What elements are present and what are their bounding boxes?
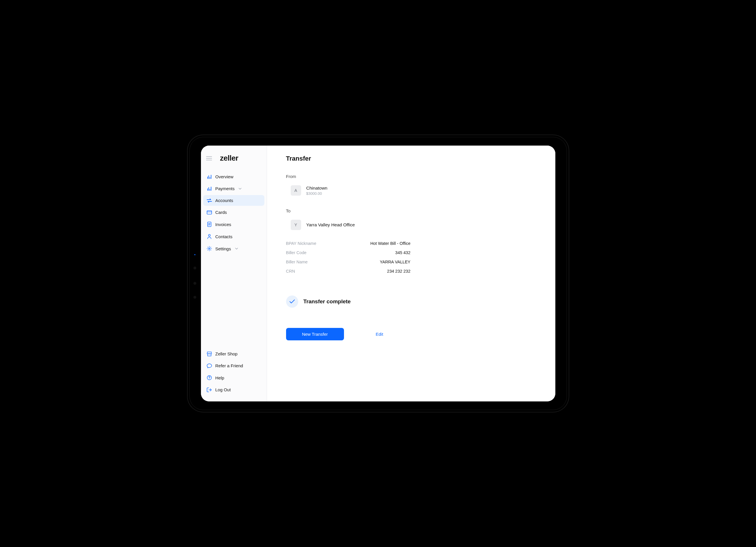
sidebar-item-invoices[interactable]: Invoices: [203, 219, 264, 230]
sidebar-item-label: Invoices: [215, 222, 231, 227]
device-hole: [193, 282, 196, 285]
from-account-avatar: A: [291, 185, 301, 196]
details-value: 345 432: [395, 250, 410, 255]
sidebar-item-zeller-shop[interactable]: Zeller Shop: [203, 348, 264, 359]
status-row: Transfer complete: [286, 295, 536, 308]
details-row: Biller Code345 432: [286, 248, 411, 257]
to-account-name: Yarra Valley Head Office: [306, 222, 355, 228]
shop-icon: [207, 352, 212, 356]
status-text: Transfer complete: [303, 298, 351, 305]
app-screen: zeller OverviewPaymentsAccountsCardsInvo…: [201, 146, 555, 401]
details-row: BPAY NicknameHot Water Bill - Office: [286, 239, 411, 248]
invoice-icon: [207, 222, 212, 227]
check-icon: [286, 295, 298, 308]
sidebar-item-label: Log Out: [215, 387, 231, 392]
sidebar-item-accounts[interactable]: Accounts: [203, 195, 264, 206]
action-row: New Transfer Edit: [286, 328, 536, 340]
card-icon: [207, 211, 212, 215]
swap-icon: [207, 198, 212, 203]
to-label: To: [286, 209, 536, 213]
edit-button[interactable]: Edit: [376, 332, 383, 336]
svg-point-3: [208, 248, 210, 250]
sidebar-item-refer-a-friend[interactable]: Refer a Friend: [203, 360, 264, 371]
tablet-frame: zeller OverviewPaymentsAccountsCardsInvo…: [187, 135, 569, 412]
sidebar-item-label: Refer a Friend: [215, 363, 243, 368]
device-indicator: [194, 254, 195, 255]
to-account-avatar: Y: [291, 220, 301, 230]
details-row: Biller NameYARRA VALLEY: [286, 257, 411, 267]
nav-primary: OverviewPaymentsAccountsCardsInvoicesCon…: [201, 171, 267, 255]
sidebar-item-contacts[interactable]: Contacts: [203, 231, 264, 242]
sidebar-item-log-out[interactable]: Log Out: [203, 384, 264, 395]
sidebar-item-help[interactable]: Help: [203, 372, 264, 383]
page-title: Transfer: [286, 155, 536, 162]
chat-icon: [207, 363, 212, 368]
sidebar-item-label: Contacts: [215, 234, 233, 239]
sidebar-item-overview[interactable]: Overview: [203, 171, 264, 182]
sidebar-item-label: Cards: [215, 210, 227, 215]
details-key: BPAY Nickname: [286, 241, 316, 246]
menu-icon[interactable]: [206, 156, 212, 160]
from-account-balance: $3000.00: [306, 191, 327, 196]
sidebar-item-label: Overview: [215, 174, 234, 179]
from-label: From: [286, 174, 536, 179]
sidebar-item-settings[interactable]: Settings: [203, 243, 264, 254]
svg-point-2: [208, 235, 210, 236]
details-key: Biller Name: [286, 260, 308, 264]
nav-secondary: Zeller ShopRefer a FriendHelpLog Out: [201, 348, 267, 396]
svg-rect-0: [207, 211, 212, 214]
device-hole: [193, 296, 196, 299]
logo: zeller: [220, 154, 239, 163]
sidebar-item-payments[interactable]: Payments: [203, 183, 264, 194]
sidebar-header: zeller: [201, 154, 267, 171]
bar-chart-icon: [207, 175, 212, 179]
transfer-details: BPAY NicknameHot Water Bill - OfficeBill…: [286, 239, 411, 276]
details-row: CRN234 232 232: [286, 267, 411, 276]
from-account-name: Chinatown: [306, 186, 327, 191]
user-icon: [207, 234, 212, 239]
sidebar-item-label: Accounts: [215, 198, 233, 203]
sidebar-item-cards[interactable]: Cards: [203, 207, 264, 218]
chevron-down-icon: [239, 188, 241, 190]
device-hole: [193, 267, 196, 270]
sidebar-item-label: Help: [215, 375, 224, 380]
details-value: Hot Water Bill - Office: [370, 241, 411, 246]
chevron-down-icon: [235, 248, 238, 250]
logout-icon: [207, 387, 212, 392]
help-icon: [207, 375, 212, 380]
new-transfer-button[interactable]: New Transfer: [286, 328, 344, 340]
from-account-row[interactable]: A Chinatown $3000.00: [286, 185, 536, 196]
sidebar-item-label: Zeller Shop: [215, 351, 238, 356]
details-value: YARRA VALLEY: [380, 260, 411, 264]
bar-chart-icon: [207, 186, 212, 191]
sidebar-item-label: Payments: [215, 186, 235, 191]
details-key: CRN: [286, 269, 295, 274]
main-content: Transfer From A Chinatown $3000.00 To Y …: [267, 146, 555, 401]
details-value: 234 232 232: [387, 269, 411, 274]
sidebar-item-label: Settings: [215, 246, 231, 251]
sidebar: zeller OverviewPaymentsAccountsCardsInvo…: [201, 146, 267, 401]
details-key: Biller Code: [286, 250, 307, 255]
gear-icon: [207, 246, 212, 251]
to-account-row[interactable]: Y Yarra Valley Head Office: [286, 220, 536, 230]
